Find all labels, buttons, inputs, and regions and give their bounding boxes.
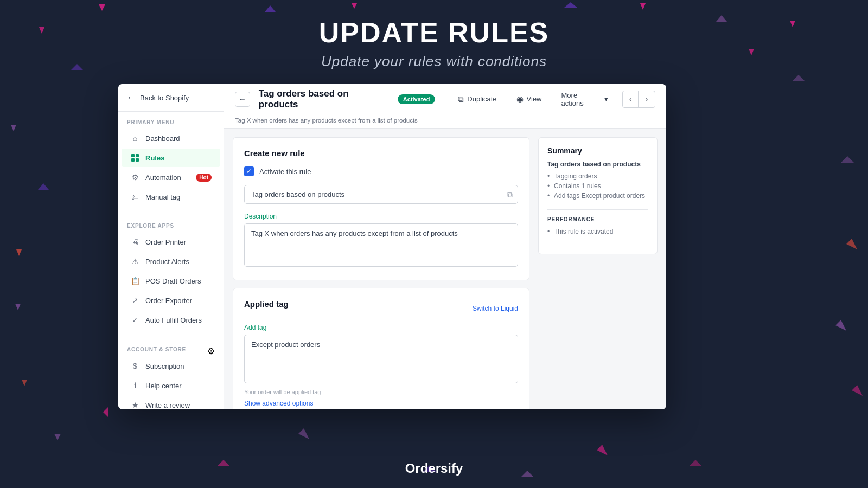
topbar-description: Tag X when orders has any products excep…: [235, 117, 418, 124]
app-window: ← Back to Shopify PRIMARY MENU ⌂ Dashboa…: [118, 84, 666, 409]
sidebar-item-rules[interactable]: Rules: [122, 149, 220, 167]
svg-rect-29: [136, 154, 139, 157]
create-rule-title: Create new rule: [244, 149, 518, 158]
right-panel: Summary Tag orders based on products Tag…: [538, 137, 658, 401]
svg-marker-15: [298, 428, 309, 439]
duplicate-icon: ⧉: [458, 94, 464, 104]
sidebar-help-label: Help center: [145, 382, 212, 390]
status-badge: Activated: [398, 94, 436, 104]
main-content: ← Tag orders based on products Activated…: [224, 84, 666, 409]
sidebar-item-help[interactable]: ℹ Help center: [122, 376, 220, 395]
performance-list: This rule is activated: [547, 227, 648, 236]
rule-name-input[interactable]: [244, 185, 518, 204]
primary-menu-label: PRIMARY MENU: [118, 112, 224, 129]
svg-marker-8: [15, 304, 21, 310]
sidebar-item-automation[interactable]: ⚙ Automation Hot: [122, 168, 220, 187]
topbar-title: Tag orders based on products: [259, 88, 389, 110]
alert-icon: ⚠: [130, 256, 140, 266]
sidebar-automation-label: Automation: [145, 174, 190, 182]
chevron-down-icon: ▾: [604, 95, 608, 103]
prev-rule-button[interactable]: ‹: [623, 91, 639, 107]
copy-icon: ⧉: [507, 190, 513, 199]
performance-item-1: This rule is activated: [547, 227, 648, 236]
sidebar-order-printer-label: Order Printer: [145, 238, 212, 246]
home-icon: ⌂: [130, 133, 140, 143]
topbar: ← Tag orders based on products Activated…: [224, 84, 666, 114]
svg-marker-2: [640, 3, 646, 10]
svg-marker-18: [564, 2, 577, 8]
back-to-shopify-label: Back to Shopify: [140, 94, 189, 102]
pos-icon: 📋: [130, 276, 140, 286]
svg-rect-31: [136, 158, 139, 162]
summary-item-2: Contains 1 rules: [547, 181, 648, 191]
page-subtitle: Update your rules with conditions: [0, 53, 868, 70]
star-icon: ★: [130, 400, 140, 409]
settings-icon[interactable]: ⚙: [207, 338, 224, 356]
applied-tag-title: Applied tag: [244, 299, 289, 309]
description-textarea[interactable]: Tag X when orders has any products excep…: [244, 223, 518, 267]
topbar-description-row: Tag X when orders has any products excep…: [224, 114, 666, 129]
sidebar-order-exporter-label: Order Exporter: [145, 297, 212, 305]
subscription-icon: $: [130, 361, 140, 371]
svg-marker-21: [792, 75, 805, 81]
sidebar-item-manual-tag[interactable]: 🏷 Manual tag: [122, 188, 220, 206]
sidebar-item-product-alerts[interactable]: ⚠ Product Alerts: [122, 252, 220, 271]
applied-tag-header: Applied tag Switch to Liquid: [244, 299, 518, 317]
export-icon: ↗: [130, 296, 140, 305]
svg-marker-7: [16, 249, 22, 256]
back-arrow-icon: ←: [127, 93, 136, 102]
sidebar-pos-label: POS Draft Orders: [145, 277, 212, 285]
summary-title: Summary: [547, 146, 648, 155]
sidebar-item-subscription[interactable]: $ Subscription: [122, 357, 220, 375]
sidebar-item-auto-fulfill[interactable]: ✓ Auto Fulfill Orders: [122, 311, 220, 329]
svg-marker-1: [352, 3, 357, 9]
sidebar-item-pos-draft[interactable]: 📋 POS Draft Orders: [122, 272, 220, 290]
summary-divider: [547, 209, 648, 210]
page-header: UPDATE RULES Update your rules with cond…: [0, 16, 868, 70]
nav-group: ‹ ›: [622, 91, 655, 108]
view-button[interactable]: ◉ View: [511, 92, 547, 107]
fulfill-icon: ✓: [130, 315, 140, 325]
sidebar-item-order-printer[interactable]: 🖨 Order Printer: [122, 233, 220, 251]
sidebar-item-dashboard[interactable]: ⌂ Dashboard: [122, 129, 220, 147]
explore-apps-label: EXPLORE APPS: [118, 215, 224, 232]
activate-label: Activate this rule: [259, 168, 311, 176]
svg-marker-14: [852, 385, 863, 396]
svg-marker-10: [54, 434, 61, 440]
performance-label: PERFORMANCE: [547, 216, 648, 222]
back-to-shopify-button[interactable]: ← Back to Shopify: [118, 84, 224, 112]
switch-to-liquid-button[interactable]: Switch to Liquid: [473, 305, 518, 312]
svg-rect-30: [131, 158, 135, 162]
svg-marker-13: [835, 320, 846, 331]
account-store-label: ACCOUNT & STORE: [118, 339, 195, 356]
svg-marker-0: [99, 4, 105, 11]
sidebar-item-review[interactable]: ★ Write a review: [122, 396, 220, 409]
topbar-back-button[interactable]: ←: [235, 92, 250, 107]
summary-item-3: Add tags Except product orders: [547, 191, 648, 201]
automation-badge: Hot: [196, 174, 212, 182]
svg-marker-12: [846, 239, 857, 249]
sidebar-review-label: Write a review: [145, 401, 212, 409]
sidebar-subscription-label: Subscription: [145, 362, 212, 370]
tag-icon: 🏷: [130, 192, 140, 202]
svg-marker-11: [103, 407, 108, 418]
brand-footer: Ordersify: [0, 461, 868, 476]
applied-tag-card: Applied tag Switch to Liquid Add tag Exc…: [233, 288, 529, 409]
show-advanced-button[interactable]: Show advanced options: [244, 400, 313, 407]
page-title: UPDATE RULES: [0, 16, 868, 49]
sidebar-item-order-exporter[interactable]: ↗ Order Exporter: [122, 291, 220, 310]
activate-checkbox[interactable]: ✓: [244, 166, 254, 176]
duplicate-label: Duplicate: [467, 95, 496, 103]
duplicate-button[interactable]: ⧉ Duplicate: [452, 92, 502, 107]
tag-textarea[interactable]: Except product orders: [244, 335, 518, 383]
add-tag-label: Add tag: [244, 324, 518, 331]
create-rule-card: Create new rule ✓ Activate this rule ⧉: [233, 137, 529, 280]
next-rule-button[interactable]: ›: [639, 91, 655, 107]
rule-name-wrapper: ⧉: [244, 185, 518, 204]
sidebar-rules-label: Rules: [145, 154, 212, 162]
activate-checkbox-row: ✓ Activate this rule: [244, 166, 518, 176]
svg-marker-6: [11, 125, 16, 131]
summary-card: Summary Tag orders based on products Tag…: [538, 137, 658, 254]
svg-marker-23: [841, 156, 854, 163]
more-actions-button[interactable]: More actions ▾: [556, 88, 614, 110]
